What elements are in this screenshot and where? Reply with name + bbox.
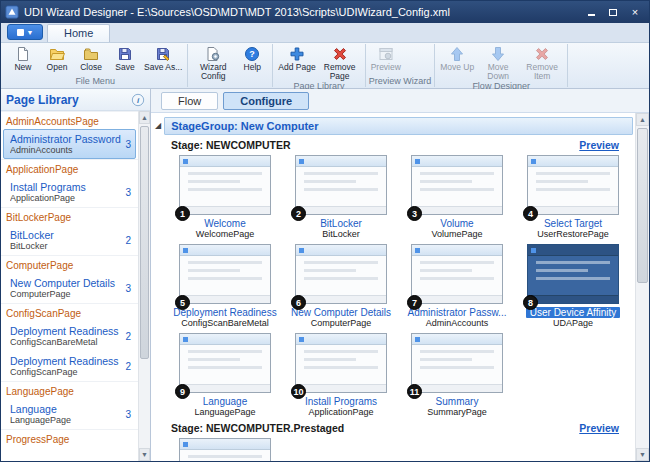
minimize-icon	[588, 14, 595, 16]
info-icon[interactable]: i	[131, 93, 145, 107]
page-card[interactable]: 7 Administrator Passw... AdminAccounts	[403, 244, 511, 329]
remove-page-button[interactable]: Remove Page	[318, 44, 362, 81]
button-label: Close	[80, 63, 102, 72]
move-down-button[interactable]: Move Down	[476, 44, 520, 81]
library-group-adminaccountspage[interactable]: AdminAccountsPage	[1, 111, 138, 129]
page-card[interactable]: 11 Summary SummaryPage	[403, 333, 511, 418]
group-label: ProgressPage	[6, 434, 69, 445]
library-group-languagepage[interactable]: LanguagePage	[1, 381, 138, 399]
preview-link[interactable]: Preview	[579, 139, 619, 151]
library-group-configscanpage[interactable]: ConfigScanPage	[1, 303, 138, 321]
collapse-expander-icon[interactable]: ◢	[155, 122, 161, 130]
help-button[interactable]: ? Help	[235, 44, 269, 72]
stage-title: Stage: NEWCOMPUTER	[171, 139, 291, 151]
page-card[interactable]: 9 Language LanguagePage	[171, 333, 279, 418]
library-item-language[interactable]: Language LanguagePage 3	[3, 399, 136, 429]
page-thumbnail: 3	[411, 155, 503, 215]
new-button[interactable]: New	[6, 44, 40, 72]
add-page-button[interactable]: Add Page	[276, 44, 317, 72]
page-card[interactable]: 3 Volume VolumePage	[403, 155, 511, 240]
window-controls: ×	[581, 5, 645, 20]
usage-count: 2	[121, 361, 131, 372]
page-card[interactable]: 6 New Computer Details ComputerPage	[287, 244, 395, 329]
minimize-button[interactable]	[581, 5, 601, 20]
page-number-badge: 5	[175, 295, 190, 310]
page-card-grid: 1 Welcome WelcomePage 2	[171, 155, 627, 418]
page-library-title: Page Library	[6, 93, 79, 107]
close-file-button[interactable]: Close	[74, 44, 108, 72]
group-label: ConfigScanPage	[6, 308, 81, 319]
preview-link[interactable]: Preview	[579, 422, 619, 434]
scroll-down-button[interactable]: ▼	[636, 448, 649, 461]
usage-count: 3	[121, 187, 131, 198]
page-card[interactable]	[171, 438, 279, 461]
library-group-bitlockerpage[interactable]: BitLockerPage	[1, 207, 138, 225]
application-menu-button[interactable]: ▼	[7, 24, 43, 40]
page-card-subtitle: VolumePage	[431, 229, 482, 239]
library-item-deployment-readiness[interactable]: Deployment Readiness ConfigScanPage 2	[3, 351, 136, 381]
page-type: ApplicationPage	[10, 193, 121, 203]
titlebar: UDI Wizard Designer - E:\Sources\OSD\MDT…	[1, 1, 649, 23]
application-menu-icon	[17, 29, 24, 36]
page-thumbnail: 9	[179, 333, 271, 393]
move-up-button[interactable]: Move Up	[438, 44, 476, 72]
scroll-up-button[interactable]: ▲	[636, 113, 649, 126]
page-number-badge: 2	[291, 206, 306, 221]
usage-count: 2	[121, 235, 131, 246]
group-label: ComputerPage	[6, 260, 73, 271]
content-scrollbar[interactable]: ▲ ▼	[635, 113, 649, 461]
page-card-title: Select Target	[544, 218, 602, 229]
maximize-button[interactable]	[603, 5, 623, 20]
save-button[interactable]: Save	[108, 44, 142, 72]
library-item-bitlocker[interactable]: BitLocker BitLocker 2	[3, 225, 136, 255]
page-thumbnail: 4	[527, 155, 619, 215]
library-item-administrator-password[interactable]: Administrator Password AdminAccounts 3	[3, 129, 136, 159]
scrollbar-thumb[interactable]	[637, 128, 648, 283]
page-thumbnail	[179, 438, 271, 461]
page-card[interactable]: 10 Install Programs ApplicationPage	[287, 333, 395, 418]
close-folder-icon	[83, 46, 99, 62]
scroll-up-button[interactable]: ▲	[139, 111, 150, 124]
app-icon	[5, 5, 19, 19]
open-button[interactable]: Open	[40, 44, 74, 72]
page-card-subtitle: BitLocker	[322, 229, 360, 239]
library-item-deployment-readiness-baremetal[interactable]: Deployment Readiness ConfigScanBareMetal…	[3, 321, 136, 351]
page-card[interactable]: 5 Deployment Readiness ConfigScanBareMet…	[171, 244, 279, 329]
page-card-title: Volume	[440, 218, 473, 229]
page-card-selected[interactable]: 8 User Device Affinity UDAPage	[519, 244, 627, 329]
button-label: Move Down	[478, 63, 518, 81]
library-item-install-programs[interactable]: Install Programs ApplicationPage 3	[3, 177, 136, 207]
scrollbar-thumb[interactable]	[140, 126, 149, 359]
tab-flow[interactable]: Flow	[161, 92, 218, 110]
remove-item-button[interactable]: Remove Item	[520, 44, 564, 81]
page-card-title: Administrator Passw...	[408, 307, 507, 318]
page-library-list: AdminAccountsPage Administrator Password…	[1, 111, 138, 461]
library-group-applicationpage[interactable]: ApplicationPage	[1, 159, 138, 177]
stagegroup-header[interactable]: StageGroup: New Computer	[164, 117, 633, 135]
save-as-button[interactable]: Save As...	[142, 44, 184, 72]
close-button[interactable]: ×	[625, 5, 645, 20]
button-label: Preview	[371, 63, 401, 72]
library-group-computerpage[interactable]: ComputerPage	[1, 255, 138, 273]
library-item-new-computer-details[interactable]: New Computer Details ComputerPage 3	[3, 273, 136, 303]
preview-button[interactable]: Preview	[369, 44, 403, 72]
tab-configure[interactable]: Configure	[223, 92, 309, 110]
page-card[interactable]: 1 Welcome WelcomePage	[171, 155, 279, 240]
tab-home[interactable]: Home	[47, 24, 110, 42]
button-label: Save	[115, 63, 134, 72]
page-number-badge: 4	[523, 206, 538, 221]
page-card-title: Summary	[436, 396, 479, 407]
page-card-subtitle: AdminAccounts	[426, 318, 489, 328]
library-scrollbar[interactable]: ▲ ▼	[138, 111, 150, 461]
scroll-down-button[interactable]: ▼	[139, 448, 150, 461]
wizard-config-button[interactable]: Wizard Config	[191, 44, 235, 81]
page-thumbnail: 1	[179, 155, 271, 215]
library-group-progresspage[interactable]: ProgressPage	[1, 429, 138, 447]
group-label: LanguagePage	[6, 386, 74, 397]
page-card-subtitle: WelcomePage	[196, 229, 254, 239]
page-name: Deployment Readiness	[10, 355, 121, 367]
page-card[interactable]: 2 BitLocker BitLocker	[287, 155, 395, 240]
page-card[interactable]: 4 Select Target UserRestorePage	[519, 155, 627, 240]
page-number-badge: 7	[407, 295, 422, 310]
page-card-subtitle: SummaryPage	[427, 407, 487, 417]
